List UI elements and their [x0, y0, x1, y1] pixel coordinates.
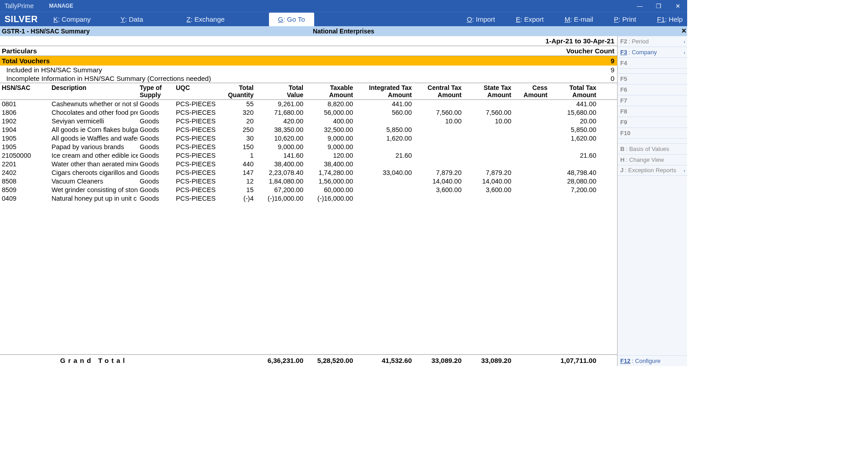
- cell-desc: Papad by various brands: [50, 143, 138, 151]
- cell-desc: All goods ie Waffles and wafer: [50, 134, 138, 143]
- cell-qty: 147: [219, 169, 255, 177]
- incomplete-count: 0: [611, 75, 614, 82]
- cell-hsn: 2201: [0, 160, 50, 169]
- cell-stax: [463, 151, 513, 160]
- close-report-icon[interactable]: ×: [681, 26, 686, 36]
- manage-label[interactable]: MANAGE: [49, 3, 73, 9]
- topmenu-exchange[interactable]: Z: Exchange: [183, 13, 228, 26]
- cell-tot: 21.60: [549, 151, 598, 160]
- close-window-button[interactable]: ✕: [668, 0, 687, 12]
- topmenu-data[interactable]: Y: Data: [117, 13, 147, 26]
- table-row[interactable]: 1905All goods ie Waffles and waferGoodsP…: [0, 134, 617, 143]
- cell-ctax: [414, 143, 463, 151]
- cell-stax: 3,600.00: [463, 186, 513, 194]
- topmenu-export[interactable]: E: Export: [512, 13, 547, 26]
- cell-type: Goods: [138, 194, 174, 203]
- cell-ctax: 3,600.00: [414, 186, 463, 194]
- cell-ctax: [414, 160, 463, 169]
- side-exception-reports[interactable]: J: Exception Reports‹: [618, 165, 687, 176]
- table-row[interactable]: 1902Seviyan vermicelliGoodsPCS-PIECES204…: [0, 117, 617, 126]
- table-row[interactable]: 1905Papad by various brandsGoodsPCS-PIEC…: [0, 143, 617, 151]
- chevron-left-icon: ‹: [684, 39, 685, 44]
- chevron-left-icon: ‹: [684, 50, 685, 55]
- side-panel: F2: Period‹ F3: Company‹ F4 F5 F6 F7 F8 …: [618, 36, 687, 366]
- col-desc: Description: [50, 84, 138, 99]
- topmenu-help[interactable]: F1: Help: [653, 13, 686, 26]
- side-f12-configure[interactable]: F12: Configure: [618, 355, 687, 366]
- incomplete-row[interactable]: Incomplete Information in HSN/SAC Summar…: [0, 74, 617, 83]
- incomplete-label: Incomplete Information in HSN/SAC Summar…: [6, 75, 611, 82]
- cell-ctax: 10.00: [414, 117, 463, 126]
- cell-ctax: [414, 194, 463, 203]
- cell-stax: 10.00: [463, 117, 513, 126]
- cell-taxv: 60,000.00: [305, 186, 355, 194]
- cell-desc: Seviyan vermicelli: [50, 117, 138, 126]
- cell-val: 38,350.00: [255, 126, 305, 134]
- col-val: TotalValue: [255, 84, 305, 99]
- cell-val: 9,000.00: [255, 143, 305, 151]
- grand-taxable: 5,28,520.00: [305, 357, 355, 364]
- topmenu-e-mail[interactable]: M: E-mail: [561, 13, 597, 26]
- cell-type: Goods: [138, 186, 174, 194]
- table-row[interactable]: 1904All goods ie Corn flakes bulgaGoodsP…: [0, 126, 617, 134]
- cell-hsn: 1902: [0, 117, 50, 126]
- topmenu-print[interactable]: P: Print: [610, 13, 640, 26]
- table-row[interactable]: 8508Vacuum CleanersGoodsPCS-PIECES121,84…: [0, 177, 617, 186]
- top-menu-bar: SILVER K: CompanyY: DataZ: ExchangeG: Go…: [0, 12, 687, 26]
- cell-ctax: 7,560.00: [414, 108, 463, 117]
- grand-cess: [513, 357, 549, 364]
- cell-qty: 30: [219, 134, 255, 143]
- cell-itax: 560.00: [355, 108, 414, 117]
- cell-taxv: 1,56,000.00: [305, 177, 355, 186]
- cell-tot: 1,620.00: [549, 134, 598, 143]
- side-f2-period[interactable]: F2: Period‹: [618, 36, 687, 47]
- table-row[interactable]: 0409Natural honey put up in unit cGoodsP…: [0, 194, 617, 203]
- cell-type: Goods: [138, 177, 174, 186]
- table-row[interactable]: 0801Cashewnuts whether or not shelGoodsP…: [0, 100, 617, 108]
- maximize-button[interactable]: ❐: [649, 0, 668, 12]
- cell-type: Goods: [138, 108, 174, 117]
- total-vouchers-row[interactable]: Total Vouchers 9: [0, 56, 617, 66]
- cell-cess: [513, 186, 549, 194]
- cell-ctax: [414, 126, 463, 134]
- cell-stax: [463, 160, 513, 169]
- minimize-button[interactable]: —: [630, 0, 649, 12]
- cell-ctax: 14,040.00: [414, 177, 463, 186]
- grand-igst: 41,532.60: [355, 357, 414, 364]
- col-taxable: TaxableAmount: [305, 84, 355, 99]
- cell-itax: [355, 143, 414, 151]
- cell-cess: [513, 151, 549, 160]
- grid-header: HSN/SAC Description Type ofSupply UQC To…: [0, 83, 617, 100]
- cell-val: 10,620.00: [255, 134, 305, 143]
- included-row[interactable]: Included in HSN/SAC Summary 9: [0, 66, 617, 74]
- cell-tot: 5,850.00: [549, 126, 598, 134]
- cell-cess: [513, 177, 549, 186]
- cell-qty: 20: [219, 117, 255, 126]
- topmenu-company[interactable]: K: Company: [50, 13, 94, 26]
- table-row[interactable]: 1806Chocolates and other food prepGoodsP…: [0, 108, 617, 117]
- cell-uqc: PCS-PIECES: [174, 134, 219, 143]
- side-basis-of-values[interactable]: B: Basis of Values: [618, 143, 687, 155]
- side-change-view[interactable]: H: Change View: [618, 155, 687, 165]
- col-cgst: Central TaxAmount: [414, 84, 463, 99]
- grand-total-label: Grand Total: [50, 357, 138, 364]
- cell-hsn: 1904: [0, 126, 50, 134]
- cell-hsn: 0409: [0, 194, 50, 203]
- cell-val: 1,84,080.00: [255, 177, 305, 186]
- cell-taxv: 120.00: [305, 151, 355, 160]
- topmenu-go to[interactable]: G: Go To: [269, 13, 314, 26]
- table-row[interactable]: 2201Water other than aerated minerGoodsP…: [0, 160, 617, 169]
- topmenu-import[interactable]: O: Import: [463, 13, 499, 26]
- col-igst: Integrated TaxAmount: [355, 84, 414, 99]
- cell-desc: All goods ie Corn flakes bulga: [50, 126, 138, 134]
- table-row[interactable]: 21050000Ice cream and other edible iceGo…: [0, 151, 617, 160]
- cell-desc: Wet grinder consisting of ston: [50, 186, 138, 194]
- table-row[interactable]: 2402Cigars cheroots cigarillos andGoodsP…: [0, 169, 617, 177]
- report-area: 1-Apr-21 to 30-Apr-21 Particulars Vouche…: [0, 36, 618, 366]
- cell-val: 9,261.00: [255, 100, 305, 108]
- side-f3-company[interactable]: F3: Company‹: [618, 47, 687, 58]
- cell-taxv: 8,820.00: [305, 100, 355, 108]
- cell-stax: 7,879.20: [463, 169, 513, 177]
- cell-itax: 5,850.00: [355, 126, 414, 134]
- table-row[interactable]: 8509Wet grinder consisting of stonGoodsP…: [0, 186, 617, 194]
